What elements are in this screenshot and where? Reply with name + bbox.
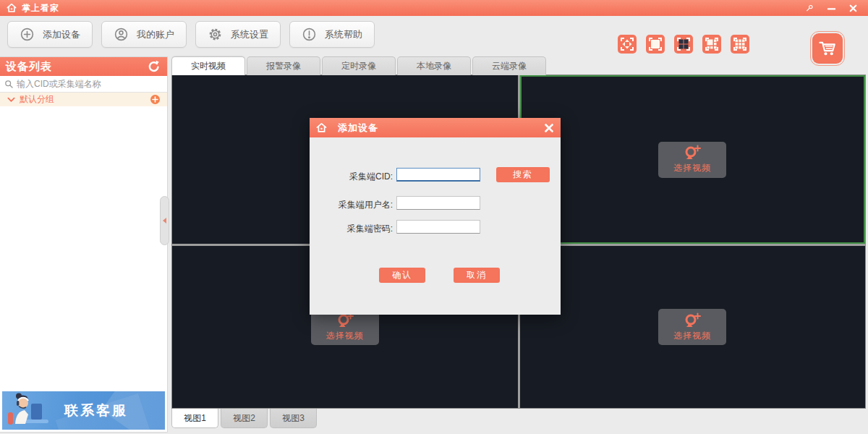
tab-label: 报警录像 (266, 60, 301, 72)
view-tab-label: 视图2 (233, 412, 255, 425)
system-settings-button[interactable]: 系统设置 (195, 21, 281, 48)
dialog-house-icon (315, 122, 328, 134)
video-mode-tabs: 实时视频 报警录像 定时录像 本地录像 云端录像 (171, 56, 546, 75)
group-label: 默认分组 (20, 93, 54, 106)
dialog-body: 采集端CID: 搜索 采集端用户名: 采集端密码: 确认 取消 (310, 137, 561, 315)
search-device-label: 搜索 (513, 169, 533, 181)
view-tab-2[interactable]: 视图2 (221, 409, 268, 428)
toolbar: 添加设备 我的账户 系统设置 系统帮助 (7, 21, 375, 48)
default-group-row[interactable]: 默认分组 (0, 93, 167, 106)
app-logo-house-icon (6, 2, 17, 14)
webcam-add-icon (683, 312, 702, 328)
six-view-icon[interactable] (702, 35, 721, 54)
tab-label: 实时视频 (191, 60, 226, 72)
cid-field-label: 采集端CID: (310, 171, 393, 183)
chevron-down-icon (7, 97, 15, 103)
dialog-titlebar: 添加设备 (310, 118, 561, 137)
tab-local-recording[interactable]: 本地录像 (397, 56, 471, 75)
contact-support-banner[interactable]: 联系客服 (2, 391, 165, 430)
add-device-label: 添加设备 (43, 28, 80, 41)
quad-view-icon[interactable] (674, 35, 693, 54)
my-account-label: 我的账户 (137, 28, 174, 41)
layout-switcher (618, 35, 749, 54)
tab-label: 云端录像 (492, 60, 527, 72)
system-help-label: 系统帮助 (325, 28, 362, 41)
tab-scheduled-recording[interactable]: 定时录像 (322, 56, 396, 75)
fullscreen-icon[interactable] (618, 35, 637, 54)
search-input[interactable] (17, 79, 163, 89)
add-device-dialog: 添加设备 采集端CID: 搜索 采集端用户名: 采集端密码: 确认 取消 (310, 118, 561, 315)
gear-icon (208, 27, 223, 42)
support-agent-illustration (2, 392, 54, 430)
dialog-title: 添加设备 (338, 122, 378, 135)
cancel-label: 取消 (467, 269, 487, 281)
app-title: 掌上看家 (22, 2, 59, 14)
device-list-title: 设备列表 (6, 60, 52, 74)
add-device-button[interactable]: 添加设备 (7, 21, 93, 48)
confirm-label: 确认 (392, 269, 412, 281)
system-settings-label: 系统设置 (231, 28, 268, 41)
cancel-button[interactable]: 取消 (454, 268, 500, 283)
titlebar: 掌上看家 (0, 0, 868, 16)
confirm-button[interactable]: 确认 (379, 268, 425, 283)
video-cell-bottom-right[interactable]: 选择视频 (520, 246, 866, 408)
tab-live-video[interactable]: 实时视频 (171, 56, 245, 75)
view-tab-1[interactable]: 视图1 (171, 409, 218, 428)
select-video-label: 选择视频 (326, 330, 364, 342)
video-cell-top-right[interactable]: 选择视频 (520, 75, 866, 244)
shop-button[interactable] (810, 31, 845, 66)
password-input[interactable] (396, 220, 480, 234)
select-video-button[interactable]: 选择视频 (658, 142, 726, 178)
tab-label: 定时录像 (341, 60, 376, 72)
my-account-button[interactable]: 我的账户 (101, 21, 187, 48)
contact-support-label: 联系客服 (64, 401, 128, 420)
nine-view-icon[interactable] (731, 35, 749, 54)
refresh-icon[interactable] (147, 59, 161, 74)
shopping-cart-icon (817, 38, 838, 59)
password-field-label: 采集端密码: (310, 223, 393, 235)
tab-alarm-recording[interactable]: 报警录像 (247, 56, 320, 75)
device-list-panel: 设备列表 默认分组 联系客服 (0, 56, 168, 433)
view-tab-label: 视图1 (184, 412, 206, 425)
help-icon (302, 27, 317, 42)
minimize-icon[interactable] (826, 3, 836, 13)
tab-label: 本地录像 (417, 60, 451, 72)
view-tab-label: 视图3 (282, 412, 305, 425)
username-field-label: 采集端用户名: (310, 199, 393, 211)
webcam-add-icon (683, 145, 702, 161)
cid-input[interactable] (396, 168, 480, 182)
sidebar-collapse-handle[interactable] (160, 196, 169, 245)
single-view-icon[interactable] (646, 35, 665, 54)
username-input[interactable] (396, 196, 480, 210)
close-icon[interactable] (848, 3, 858, 13)
device-list-header: 设备列表 (0, 57, 167, 76)
plus-circle-icon (20, 27, 35, 42)
add-group-icon[interactable] (150, 95, 160, 104)
select-video-label: 选择视频 (673, 162, 711, 174)
system-help-button[interactable]: 系统帮助 (289, 21, 375, 48)
search-device-button[interactable]: 搜索 (496, 167, 550, 182)
dialog-close-icon[interactable] (543, 122, 555, 134)
pin-icon[interactable] (804, 3, 814, 13)
search-icon (4, 80, 14, 89)
view-tabs: 视图1 视图2 视图3 (171, 409, 317, 428)
select-video-label: 选择视频 (673, 330, 711, 342)
view-tab-3[interactable]: 视图3 (270, 409, 317, 428)
account-icon (114, 27, 129, 42)
collapse-arrow-icon (163, 218, 166, 224)
device-search-row (0, 76, 167, 93)
tab-cloud-recording[interactable]: 云端录像 (472, 56, 546, 75)
select-video-button[interactable]: 选择视频 (658, 309, 726, 345)
